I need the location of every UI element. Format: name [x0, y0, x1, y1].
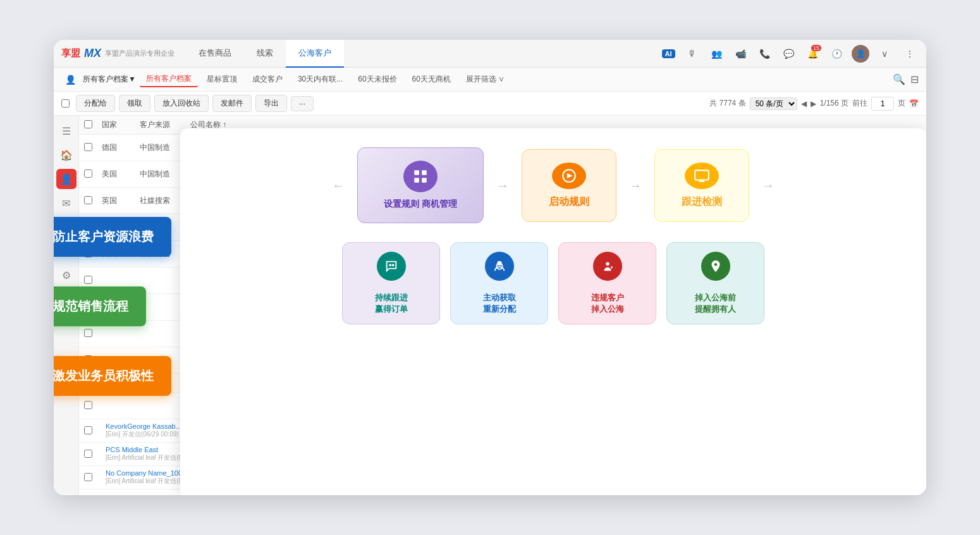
select-all-checkbox[interactable] — [61, 99, 70, 108]
svg-rect-5 — [695, 170, 709, 180]
svg-rect-2 — [414, 178, 419, 183]
page-input[interactable] — [871, 97, 894, 111]
search-icon[interactable]: 🔍 — [893, 73, 905, 85]
follow-label: 持续跟进赢得订单 — [375, 292, 408, 315]
right-arrow-2-icon: → — [629, 178, 642, 193]
action-bar: 分配给 领取 放入回收站 发邮件 导出 ··· 共 7774 条 50 条/页 … — [54, 92, 926, 116]
page-current: 1/156 页 — [820, 98, 848, 109]
detect-label: 跟进检测 — [682, 195, 722, 209]
per-page-select[interactable]: 50 条/页 — [750, 97, 797, 110]
sidebar-settings-icon[interactable]: ⚙ — [56, 265, 77, 285]
logo-mx: MX — [84, 47, 101, 60]
row-checkbox[interactable] — [84, 426, 92, 434]
filter-60days-noopp[interactable]: 60天无商机 — [406, 72, 457, 87]
app-window: 享盟 MX 享盟产品演示专用企业 在售商品 线索 公海客户 AI 🎙 👥 📹 📞… — [54, 40, 926, 495]
voice-icon[interactable]: 🎙 — [683, 45, 701, 63]
user-avatar[interactable]: 👤 — [852, 45, 869, 63]
flow-card-rules[interactable]: 设置规则 商机管理 — [357, 147, 484, 223]
rules-icon-circle — [403, 161, 438, 192]
flow-card-start[interactable]: 启动规则 — [522, 149, 616, 222]
follow-icon-circle — [377, 252, 406, 281]
floating-label-orange: 激发业务员积极性 — [54, 356, 171, 396]
clock-icon[interactable]: 🕐 — [828, 45, 845, 63]
second-bar-right: 🔍 ⊟ — [893, 73, 919, 85]
video-icon[interactable]: 📹 — [732, 45, 749, 63]
top-bar-right: AI 🎙 👥 📹 📞 💬 🔔 15 🕐 👤 ∨ — [659, 45, 893, 63]
start-icon-circle — [552, 163, 586, 189]
flow-card-remind[interactable]: 掉入公海前提醒拥有人 — [666, 242, 764, 324]
filter-starred[interactable]: 星标置顶 — [200, 72, 243, 87]
cell-country: 德国 — [102, 142, 140, 153]
floating-label-blue: 防止客户资源浪费 — [54, 217, 171, 257]
sidebar-home-icon[interactable]: 🏠 — [56, 145, 77, 165]
action-bar-right: 共 7774 条 50 条/页 ◀ ▶ 1/156 页 前往 页 📅 — [709, 97, 919, 111]
row-checkbox[interactable] — [84, 196, 92, 204]
main-content: ☰ 🏠 👤 ✉ 📦 🔔 ⚙ 国家 客户来源 公司名称 ↑ 德国 中国制造 — [54, 116, 926, 495]
customer-archive-icon[interactable]: 👤 — [61, 71, 79, 89]
col-country-header: 国家 — [102, 120, 140, 130]
svg-rect-1 — [422, 170, 427, 175]
row-checkbox[interactable] — [84, 473, 92, 481]
cell-country: 美国 — [102, 169, 140, 180]
calendar-icon[interactable]: 📅 — [909, 99, 919, 108]
filter-30days[interactable]: 30天内有联... — [291, 72, 349, 87]
sidebar-mail-icon[interactable]: ✉ — [56, 193, 77, 213]
flow-bottom-row: 持续跟进赢得订单 主动获取重新分配 违规客户掉入公海 — [199, 242, 907, 324]
right-arrow-1-icon: → — [496, 178, 509, 193]
archive-label: 所有客户档案▼ — [83, 74, 136, 85]
svg-point-8 — [606, 262, 609, 266]
more-options-icon[interactable]: ⋮ — [901, 45, 919, 63]
filter-expand[interactable]: 展开筛选 ∨ — [460, 72, 511, 87]
filter-icon[interactable]: ⊟ — [910, 73, 919, 85]
row-checkbox[interactable] — [84, 329, 92, 337]
chevron-down-icon[interactable]: ∨ — [876, 45, 893, 63]
notification-badge: 15 — [811, 45, 821, 51]
phone-icon[interactable]: 📞 — [756, 45, 773, 63]
filter-tabs: 所有客户档案 星标置顶 成交客户 30天内有联... 60天未报价 60天无商机… — [140, 71, 511, 87]
filter-all-archives[interactable]: 所有客户档案 — [140, 71, 198, 87]
header-checkbox[interactable] — [84, 120, 92, 128]
goto-label: 前往 — [852, 98, 867, 109]
second-bar: 👤 所有客户档案▼ 所有客户档案 星标置顶 成交客户 30天内有联... 60天… — [54, 68, 926, 92]
recycle-button[interactable]: 放入回收站 — [154, 95, 209, 112]
claim-button[interactable]: 领取 — [119, 95, 150, 112]
assign-button[interactable]: 分配给 — [76, 95, 115, 112]
tab-public-customers[interactable]: 公海客户 — [286, 40, 344, 68]
flow-card-violate[interactable]: 违规客户掉入公海 — [558, 242, 656, 324]
flow-card-follow[interactable]: 持续跟进赢得订单 — [342, 242, 440, 324]
export-button[interactable]: 导出 — [255, 95, 287, 112]
logo-text: 享盟 — [61, 47, 80, 59]
row-checkbox[interactable] — [84, 169, 92, 178]
reassign-icon-circle — [485, 252, 514, 281]
next-page-btn[interactable]: ▶ — [811, 99, 816, 108]
prev-page-btn[interactable]: ◀ — [801, 99, 807, 108]
notification-icon[interactable]: 🔔 15 — [804, 45, 821, 63]
ai-button[interactable]: AI — [659, 45, 677, 63]
top-bar: 享盟 MX 享盟产品演示专用企业 在售商品 线索 公海客户 AI 🎙 👥 📹 📞… — [54, 40, 926, 68]
tab-leads[interactable]: 线索 — [244, 40, 286, 68]
filter-deals[interactable]: 成交客户 — [246, 72, 289, 87]
flow-card-detect[interactable]: 跟进检测 — [654, 149, 749, 222]
sidebar-customer-icon[interactable]: 👤 — [56, 169, 77, 189]
logo-area: 享盟 MX 享盟产品演示专用企业 — [61, 47, 175, 60]
violate-icon-circle — [593, 252, 622, 281]
rules-label: 设置规则 商机管理 — [384, 199, 457, 210]
remind-icon-circle — [701, 252, 730, 281]
row-checkbox[interactable] — [84, 450, 92, 458]
users-icon[interactable]: 👥 — [707, 45, 725, 63]
violate-label: 违规客户掉入公海 — [591, 292, 624, 315]
svg-point-9 — [714, 263, 717, 266]
filter-60days-noquote[interactable]: 60天未报价 — [352, 72, 403, 87]
sidebar-menu-icon[interactable]: ☰ — [56, 121, 77, 141]
row-checkbox[interactable] — [84, 276, 92, 284]
row-checkbox[interactable] — [84, 143, 92, 151]
email-button[interactable]: 发邮件 — [212, 95, 252, 112]
reassign-label: 主动获取重新分配 — [483, 292, 516, 315]
more-button[interactable]: ··· — [291, 96, 314, 111]
row-checkbox[interactable] — [84, 401, 92, 409]
flow-card-reassign[interactable]: 主动获取重新分配 — [450, 242, 548, 324]
tab-products[interactable]: 在售商品 — [186, 40, 244, 68]
ai-label: AI — [662, 49, 675, 58]
total-count: 共 7774 条 — [709, 98, 745, 109]
chat-icon[interactable]: 💬 — [780, 45, 797, 63]
